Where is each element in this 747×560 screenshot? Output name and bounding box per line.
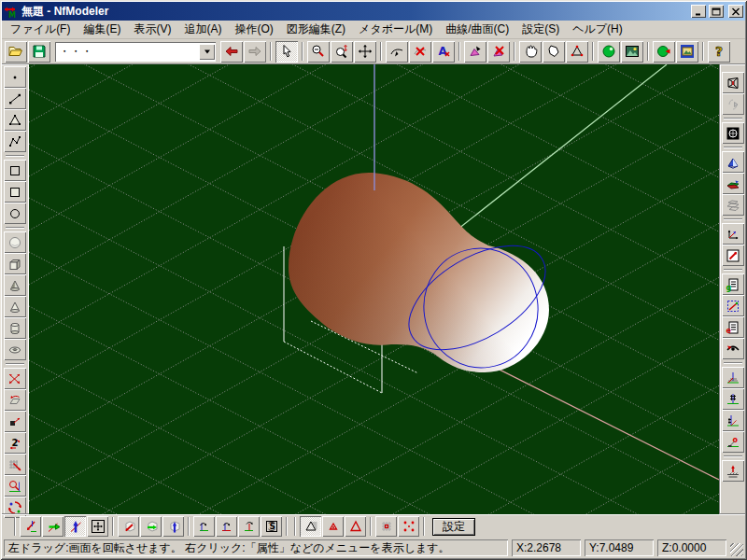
view-pan-button[interactable] <box>42 516 63 537</box>
draw-rect-filled-button[interactable] <box>4 181 26 203</box>
delete-face-button[interactable] <box>487 41 510 63</box>
grid-snap-button[interactable] <box>375 516 397 537</box>
display-flat-button[interactable] <box>722 173 744 194</box>
draw-cone-2-button[interactable] <box>4 296 26 317</box>
select-tool-button[interactable] <box>275 41 298 63</box>
metaball-polygon-large-button[interactable] <box>345 516 366 537</box>
prim-torus-icon <box>7 343 22 357</box>
resize-grip[interactable] <box>730 543 743 556</box>
rotate-axis-y-button[interactable] <box>216 516 237 537</box>
pan-tool-button[interactable] <box>354 41 376 63</box>
draw-circle-button[interactable] <box>4 203 26 224</box>
edit-rotate-button[interactable] <box>4 389 26 411</box>
maximize-button[interactable] <box>709 5 724 18</box>
view-perspective-button[interactable] <box>722 72 744 93</box>
title-bar[interactable]: M 無題 - NfModeler <box>2 2 745 21</box>
grid-snap-a-icon <box>379 519 394 534</box>
edit-move-button[interactable] <box>4 368 26 389</box>
draw-sphere-button[interactable] <box>4 231 26 253</box>
object-move-x-button[interactable] <box>118 516 139 537</box>
draw-line-button[interactable] <box>4 88 26 109</box>
object-list-panel-button[interactable]: g <box>722 273 744 295</box>
menu-item-8[interactable]: 設定(S) <box>515 20 566 39</box>
range-select-button[interactable] <box>722 295 744 316</box>
menu-item-7[interactable]: 曲線/曲面(C) <box>439 20 515 39</box>
edit-zoom-axis-button[interactable] <box>4 475 26 497</box>
draw-triangle-button[interactable] <box>4 109 26 131</box>
menu-item-4[interactable]: 操作(O) <box>228 20 279 39</box>
prim-cone-l-icon <box>7 300 22 315</box>
history-combobox[interactable]: ・・・ <box>55 42 216 62</box>
zoom-updown-tool-button[interactable] <box>331 41 353 63</box>
view-fit-button[interactable] <box>87 516 108 537</box>
rotate-axis-z-button[interactable] <box>238 516 260 537</box>
hand-pan-button[interactable] <box>519 41 542 63</box>
material-list-panel-button[interactable]: e <box>722 316 744 338</box>
render-image-button[interactable] <box>621 41 643 63</box>
ground-grid-front-button[interactable] <box>722 367 744 388</box>
scene-canvas[interactable] <box>29 64 719 514</box>
view-expand-button[interactable] <box>722 245 744 266</box>
render-start-button[interactable] <box>653 41 675 63</box>
view-zoom-button[interactable] <box>64 516 86 537</box>
snap-rotate-button[interactable]: S <box>261 516 282 537</box>
view-mirror-button[interactable] <box>722 93 744 115</box>
settings-button[interactable]: 設定 <box>432 518 475 536</box>
minimize-button[interactable] <box>691 5 706 18</box>
rotate-axis-x-button[interactable] <box>193 516 215 537</box>
close-button[interactable] <box>728 5 743 18</box>
pick-curve-button[interactable] <box>386 41 408 63</box>
redo-button[interactable] <box>244 41 266 63</box>
eye-view-button[interactable] <box>722 338 744 359</box>
object-move-z-button[interactable] <box>162 516 184 537</box>
draw-point-button[interactable] <box>4 66 26 88</box>
help-button[interactable]: ? <box>708 41 730 63</box>
zoom-tool-button[interactable] <box>307 41 330 63</box>
ground-grid-side-button[interactable] <box>722 410 744 431</box>
attribute-curve-button[interactable]: A <box>432 41 455 63</box>
lasso-select-button[interactable] <box>543 41 565 63</box>
edit-grid-move-button[interactable] <box>4 454 26 475</box>
display-shaded-button[interactable] <box>722 151 744 173</box>
open-file-button[interactable] <box>5 41 27 63</box>
grid-points-button[interactable] <box>398 516 419 537</box>
edit-attribute-button[interactable] <box>4 411 26 432</box>
draw-polyline-button[interactable] <box>4 131 26 152</box>
ground-raise-button[interactable] <box>722 460 744 482</box>
menu-item-2[interactable]: 表示(V) <box>127 20 177 39</box>
viewport-3d[interactable] <box>29 64 719 514</box>
delete-curve-button[interactable] <box>409 41 431 63</box>
metaball-polygon-small-button[interactable] <box>322 516 344 537</box>
view-expand-icon <box>726 248 740 263</box>
menu-item-5[interactable]: 図形編集(Z) <box>280 20 352 39</box>
vertex-edit-button[interactable] <box>566 41 588 63</box>
draw-cone-button[interactable] <box>4 274 26 296</box>
draw-cube-button[interactable] <box>4 253 26 274</box>
menu-item-1[interactable]: 編集(E) <box>77 20 127 39</box>
draw-cylinder-button[interactable] <box>4 317 26 339</box>
undo-button[interactable] <box>220 41 243 63</box>
view-rotate-button[interactable] <box>20 516 41 537</box>
ground-origin-button[interactable]: o <box>722 431 744 453</box>
ground-grid-full-button[interactable] <box>722 388 744 410</box>
draw-rect-button[interactable] <box>4 160 26 181</box>
menu-item-9[interactable]: ヘルプ(H) <box>566 20 629 39</box>
save-file-button[interactable] <box>28 41 50 63</box>
menu-item-6[interactable]: メタボール(M) <box>352 20 439 39</box>
panel-matlist-icon: e <box>726 320 740 335</box>
view-axes-button[interactable] <box>722 223 744 245</box>
draw-torus-button[interactable] <box>4 339 26 360</box>
texture-view-button[interactable] <box>676 41 698 63</box>
history-dropdown-button[interactable] <box>199 44 215 60</box>
metaball-polygon-hatch-button[interactable] <box>300 516 321 537</box>
pick-face-button[interactable] <box>464 41 486 63</box>
edit-move-icon <box>7 371 22 386</box>
display-wireframe-black-button[interactable] <box>722 122 744 144</box>
metaball-mode-button[interactable] <box>598 41 620 63</box>
object-move-y-button[interactable] <box>140 516 162 537</box>
menu-item-3[interactable]: 追加(A) <box>177 20 228 39</box>
status-hint: 左ドラッグ:画面を回転させます。 右クリック:「属性」などのメニューを表示します… <box>4 539 508 556</box>
edit-double-button[interactable]: 2 <box>4 432 26 454</box>
display-mesh-button[interactable] <box>722 194 744 216</box>
menu-item-0[interactable]: ファイル(F) <box>4 20 77 39</box>
